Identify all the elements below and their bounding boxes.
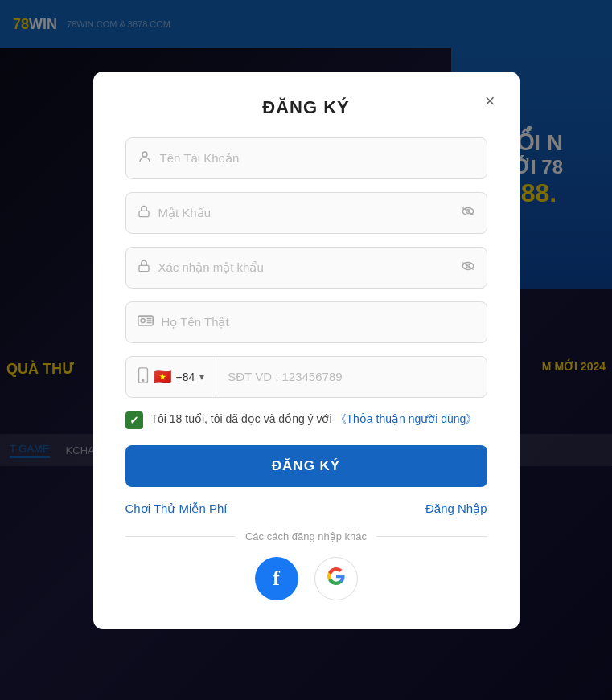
password-group (125, 192, 487, 234)
login-link[interactable]: Đăng Nhập (425, 501, 487, 516)
username-input-wrapper (125, 137, 487, 179)
registration-modal: ĐĂNG KÝ × (93, 72, 520, 629)
password-input[interactable] (158, 206, 453, 219)
confirm-password-group (125, 247, 487, 289)
register-button[interactable]: ĐĂNG KÝ (125, 445, 487, 487)
phone-input-wrapper: 🇻🇳 +84 ▾ (125, 356, 487, 398)
fullname-group (125, 301, 487, 343)
terms-checkbox[interactable] (125, 411, 143, 429)
password-toggle-icon[interactable] (461, 206, 475, 220)
fullname-input[interactable] (162, 315, 475, 329)
lock-confirm-icon (138, 259, 150, 276)
modal-title: ĐĂNG KÝ (125, 97, 487, 118)
facebook-login-button[interactable]: f (255, 557, 298, 600)
phone-input[interactable] (216, 370, 486, 383)
modal-header: ĐĂNG KÝ × (125, 97, 487, 118)
username-input[interactable] (160, 151, 475, 165)
svg-point-15 (142, 379, 144, 381)
password-input-wrapper (125, 192, 487, 234)
country-flag: 🇻🇳 (154, 368, 171, 386)
svg-point-10 (141, 318, 145, 322)
confirm-password-input[interactable] (158, 260, 453, 274)
play-free-link[interactable]: Chơi Thử Miễn Phí (125, 501, 228, 516)
terms-row: Tôi 18 tuổi, tôi đã đọc và đồng ý với 《T… (125, 411, 487, 429)
id-card-icon (138, 314, 154, 330)
country-code: +84 (176, 370, 195, 383)
fullname-input-wrapper (125, 301, 487, 343)
phone-icon (138, 367, 149, 386)
terms-label: Tôi 18 tuổi, tôi đã đọc và đồng ý với 《T… (151, 411, 478, 428)
svg-point-0 (142, 152, 147, 157)
confirm-password-toggle-icon[interactable] (461, 260, 475, 275)
google-icon (327, 567, 346, 590)
footer-links: Chơi Thử Miễn Phí Đăng Nhập (125, 501, 487, 516)
google-login-button[interactable] (314, 557, 358, 600)
svg-rect-1 (139, 211, 149, 216)
username-group (125, 137, 487, 179)
confirm-password-input-wrapper (125, 247, 487, 289)
close-button[interactable]: × (485, 92, 495, 110)
country-selector[interactable]: 🇻🇳 +84 ▾ (126, 357, 217, 397)
divider-line-right (376, 536, 487, 537)
divider-line-left (125, 536, 236, 537)
facebook-icon: f (273, 567, 280, 591)
phone-group: 🇻🇳 +84 ▾ (125, 356, 487, 398)
user-icon (138, 149, 152, 167)
terms-link[interactable]: 《Thỏa thuận người dùng》 (335, 412, 478, 425)
social-buttons: f (125, 557, 487, 600)
divider: Các cách đăng nhập khác (125, 530, 487, 542)
chevron-down-icon: ▾ (199, 371, 204, 383)
svg-rect-5 (139, 265, 149, 271)
divider-text: Các cách đăng nhập khác (245, 530, 367, 542)
lock-icon (138, 204, 150, 222)
